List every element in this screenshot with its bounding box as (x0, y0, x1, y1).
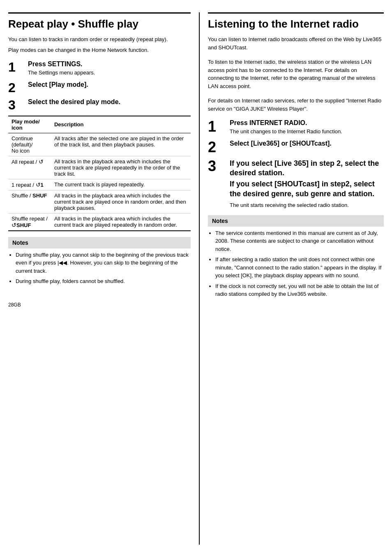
right-intro-2: To listen to the Internet radio, the wir… (208, 58, 384, 90)
left-step-1-number: 1 (8, 60, 25, 74)
right-note-item-3: If the clock is not correctly set, you w… (215, 282, 384, 298)
table-header-desc: Description (51, 116, 191, 133)
left-section-title: Repeat play • Shuffle play (8, 12, 191, 30)
left-step-1-content: Press SETTINGS. The Settings menu appear… (28, 60, 191, 77)
right-step-1: 1 Press INTERNET RADIO. The unit changes… (208, 119, 384, 136)
table-row: 1 repeat / ↺1 The current track is playe… (8, 179, 191, 190)
left-step-1: 1 Press SETTINGS. The Settings menu appe… (8, 60, 191, 77)
right-step-3-sub2: The unit starts receiving the selected r… (230, 201, 384, 209)
table-cell-mode-4: Shuffle / SHUF (8, 190, 51, 213)
left-step-2-content: Select [Play mode]. (28, 81, 191, 89)
right-step-3-number: 3 (208, 159, 226, 174)
left-notes-title: Notes (12, 239, 187, 246)
left-step-3-number: 3 (8, 98, 25, 111)
right-step-1-number: 1 (208, 119, 226, 134)
right-intro-1: You can listen to Internet radio broadca… (208, 35, 384, 51)
table-cell-desc-5: All tracks in the playback area which in… (51, 213, 191, 231)
play-mode-table: Play mode/icon Description Continue(defa… (8, 116, 191, 231)
right-step-3: 3 If you select [Live 365] in step 2, se… (208, 159, 384, 209)
right-step-2-main: Select [Live365] or [SHOUTcast]. (230, 140, 384, 147)
right-step-1-sub: The unit changes to the Internet Radio f… (230, 128, 384, 136)
table-row: Shuffle repeat /↺SHUF All tracks in the … (8, 213, 191, 231)
left-note-item-2: During shuffle play, folders cannot be s… (16, 277, 191, 285)
table-cell-desc-3: The current track is played repeatedly. (51, 179, 191, 190)
table-cell-mode-3: 1 repeat / ↺1 (8, 179, 51, 190)
table-cell-desc-2: All tracks in the playback area which in… (51, 156, 191, 179)
right-intro-3: For details on Internet radio services, … (208, 97, 384, 113)
page-number: 28GB (8, 302, 191, 308)
table-row: All repeat / ↺ All tracks in the playbac… (8, 156, 191, 179)
right-step-3-sub: If you select [SHOUTcast] in step2, sele… (230, 179, 384, 199)
right-note-item-2: If after selecting a radio station the u… (215, 255, 384, 280)
right-step-2: 2 Select [Live365] or [SHOUTcast]. (208, 140, 384, 155)
right-notes-list: The service contents mentioned in this m… (208, 229, 384, 298)
left-step-3: 3 Select the desired play mode. (8, 98, 191, 111)
table-cell-mode-2: All repeat / ↺ (8, 156, 51, 179)
page: Repeat play • Shuffle play You can liste… (0, 0, 392, 557)
right-step-1-main: Press INTERNET RADIO. (230, 119, 384, 127)
left-step-3-content: Select the desired play mode. (28, 98, 191, 107)
left-step-1-main: Press SETTINGS. (28, 60, 191, 68)
right-note-item-1: The service contents mentioned in this m… (215, 229, 384, 253)
table-cell-desc-1: All tracks after the selected one are pl… (51, 133, 191, 156)
right-column: Listening to the Internet radio You can … (199, 12, 384, 545)
left-step-2: 2 Select [Play mode]. (8, 81, 191, 94)
table-cell-mode-1: Continue(default)/No icon (8, 133, 51, 156)
table-cell-desc-4: All tracks in the playback area which in… (51, 190, 191, 213)
table-header-mode: Play mode/icon (8, 116, 51, 133)
table-row: Shuffle / SHUF All tracks in the playbac… (8, 190, 191, 213)
left-column: Repeat play • Shuffle play You can liste… (8, 12, 191, 545)
left-intro-2: Play modes can be changed in the Home Ne… (8, 46, 191, 54)
left-note-item-1: During shuffle play, you cannot skip to … (16, 251, 191, 275)
table-row: Continue(default)/No icon All tracks aft… (8, 133, 191, 156)
left-notes-list: During shuffle play, you cannot skip to … (8, 251, 191, 285)
left-intro-1: You can listen to tracks in random order… (8, 35, 191, 44)
right-step-2-content: Select [Live365] or [SHOUTcast]. (230, 140, 384, 148)
left-step-3-main: Select the desired play mode. (28, 98, 191, 106)
left-step-2-number: 2 (8, 81, 25, 94)
right-step-2-number: 2 (208, 140, 226, 155)
left-notes-box: Notes (8, 237, 191, 248)
right-step-3-content: If you select [Live 365] in step 2, sele… (230, 159, 384, 209)
left-step-1-sub: The Settings menu appears. (28, 69, 191, 77)
right-section-title: Listening to the Internet radio (208, 12, 384, 30)
right-notes-title: Notes (212, 218, 380, 224)
left-step-2-main: Select [Play mode]. (28, 81, 191, 88)
right-notes-box: Notes (208, 215, 384, 227)
right-step-3-main: If you select [Live 365] in step 2, sele… (230, 159, 384, 178)
right-step-1-content: Press INTERNET RADIO. The unit changes t… (230, 119, 384, 136)
table-cell-mode-5: Shuffle repeat /↺SHUF (8, 213, 51, 231)
